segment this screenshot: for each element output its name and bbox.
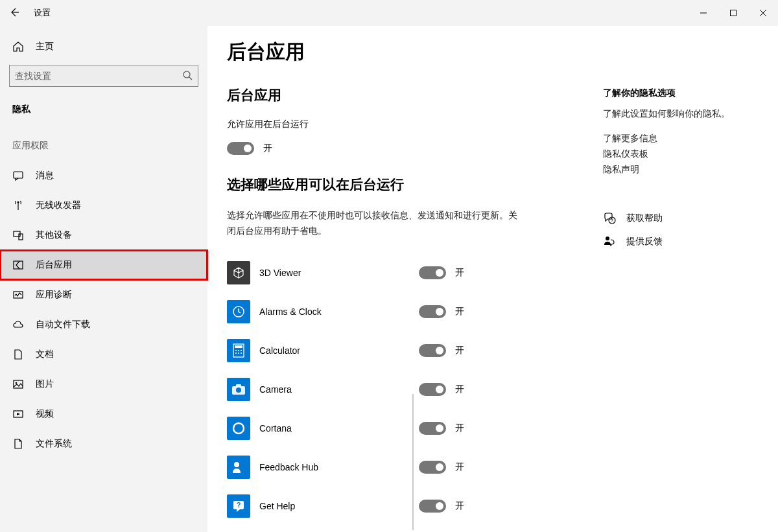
toggle-state: 开 — [455, 345, 464, 356]
app-icon — [227, 456, 250, 479]
app-icon — [227, 378, 250, 401]
get-help-label: 获取帮助 — [626, 213, 663, 224]
app-toggle[interactable] — [419, 383, 446, 396]
sidebar-item-pictures[interactable]: 图片 — [0, 369, 207, 399]
search-input[interactable] — [15, 71, 182, 81]
document-icon — [12, 349, 24, 360]
svg-rect-1 — [731, 10, 737, 16]
feedback-link[interactable]: 提供反馈 — [603, 235, 765, 248]
sidebar-item-background-apps[interactable]: 后台应用 — [0, 250, 207, 280]
app-name: Camera — [259, 384, 408, 395]
app-toggle[interactable] — [419, 344, 446, 357]
link-privacy-statement[interactable]: 隐私声明 — [603, 164, 765, 176]
svg-text:?: ? — [237, 501, 241, 509]
home-label: 主页 — [36, 41, 54, 52]
scrollbar[interactable] — [412, 394, 414, 530]
svg-point-14 — [16, 382, 18, 384]
maximize-button[interactable] — [718, 0, 748, 26]
picture-icon — [12, 378, 24, 390]
sidebar-item-label: 文档 — [36, 349, 54, 360]
app-list: 3D Viewer 开 Alarms & Clock 开 Calculator … — [227, 253, 590, 532]
sidebar-item-label: 文件系统 — [36, 438, 72, 450]
sidebar-item-app-diagnostics[interactable]: 应用诊断 — [0, 280, 207, 310]
toggle-state: 开 — [455, 306, 464, 318]
sidebar-item-label: 后台应用 — [36, 259, 72, 271]
svg-rect-18 — [235, 345, 242, 348]
file-icon — [12, 438, 24, 450]
svg-point-35 — [606, 237, 609, 240]
sidebar-item-messages[interactable]: 消息 — [0, 161, 207, 191]
app-row: Mail and Calendar 开 — [227, 526, 590, 532]
svg-text:?: ? — [611, 218, 613, 223]
radio-icon — [12, 200, 24, 211]
app-row: Feedback Hub 开 — [227, 448, 590, 487]
page-title: 后台应用 — [227, 39, 590, 65]
back-icon[interactable] — [9, 7, 19, 19]
link-learn-more[interactable]: 了解更多信息 — [603, 133, 765, 145]
allow-label: 允许应用在后台运行 — [227, 119, 590, 130]
app-toggle[interactable] — [419, 266, 446, 279]
app-toggle[interactable] — [419, 500, 446, 513]
svg-point-20 — [238, 350, 239, 351]
app-name: Get Help — [259, 501, 408, 511]
home-icon — [12, 41, 24, 52]
sidebar-item-label: 自动文件下载 — [36, 319, 90, 330]
app-row: Alarms & Clock 开 — [227, 292, 590, 331]
sidebar-item-auto-downloads[interactable]: 自动文件下载 — [0, 310, 207, 340]
get-help-link[interactable]: ? 获取帮助 — [603, 212, 765, 225]
diagnostics-icon — [12, 289, 24, 301]
app-toggle[interactable] — [419, 305, 446, 318]
section-background-apps: 后台应用 — [227, 86, 590, 104]
video-icon — [12, 408, 24, 420]
svg-point-24 — [241, 353, 242, 354]
sidebar: 主页 隐私 应用权限 消息 无线收发器 其他设备 后台应用 应用诊断 — [0, 26, 207, 532]
sidebar-item-other-devices[interactable]: 其他设备 — [0, 220, 207, 250]
svg-point-19 — [235, 350, 237, 351]
sidebar-item-documents[interactable]: 文档 — [0, 340, 207, 369]
app-name: 3D Viewer — [259, 268, 408, 278]
home-link[interactable]: 主页 — [0, 35, 207, 58]
sidebar-item-label: 视频 — [36, 408, 54, 420]
app-toggle[interactable] — [419, 422, 446, 435]
svg-point-26 — [236, 387, 241, 393]
app-name: Cortana — [259, 423, 408, 434]
sidebar-subheader-permissions: 应用权限 — [0, 122, 207, 161]
feedback-label: 提供反馈 — [626, 236, 663, 248]
sidebar-item-label: 无线收发器 — [36, 200, 81, 211]
sidebar-item-video[interactable]: 视频 — [0, 399, 207, 429]
devices-icon — [12, 229, 24, 241]
sidebar-item-filesystem[interactable]: 文件系统 — [0, 429, 207, 459]
right-panel: 了解你的隐私选项 了解此设置如何影响你的隐私。 了解更多信息 隐私仪表板 隐私声… — [603, 39, 765, 532]
app-name: Alarms & Clock — [259, 306, 408, 317]
toggle-state: 开 — [455, 500, 464, 512]
section-choose-apps: 选择哪些应用可以在后台运行 — [227, 176, 590, 194]
svg-rect-6 — [14, 172, 23, 178]
app-icon — [227, 261, 250, 284]
sidebar-section-privacy: 隐私 — [0, 97, 207, 122]
app-toggle[interactable] — [419, 461, 446, 474]
svg-line-5 — [189, 77, 192, 80]
message-icon — [12, 170, 24, 181]
sidebar-item-radio[interactable]: 无线收发器 — [0, 191, 207, 220]
close-button[interactable] — [748, 0, 778, 26]
sidebar-item-label: 其他设备 — [36, 229, 72, 241]
app-row: ? Get Help 开 — [227, 487, 590, 526]
svg-point-29 — [234, 462, 239, 467]
app-icon — [227, 300, 250, 323]
minimize-button[interactable] — [689, 0, 718, 26]
titlebar: 设置 — [0, 0, 778, 26]
search-icon — [182, 70, 193, 82]
app-row: Calculator 开 — [227, 331, 590, 370]
app-icon — [227, 417, 250, 440]
feedback-icon — [603, 235, 616, 248]
toggle-state: 开 — [455, 461, 464, 473]
app-row: Camera 开 — [227, 370, 590, 409]
svg-point-4 — [183, 71, 190, 78]
app-name: Feedback Hub — [259, 462, 408, 472]
search-box[interactable] — [9, 65, 198, 87]
cloud-icon — [12, 319, 24, 330]
sidebar-item-label: 消息 — [36, 170, 54, 181]
link-privacy-dashboard[interactable]: 隐私仪表板 — [603, 148, 765, 160]
background-apps-icon — [12, 259, 24, 271]
master-toggle[interactable] — [227, 142, 254, 155]
